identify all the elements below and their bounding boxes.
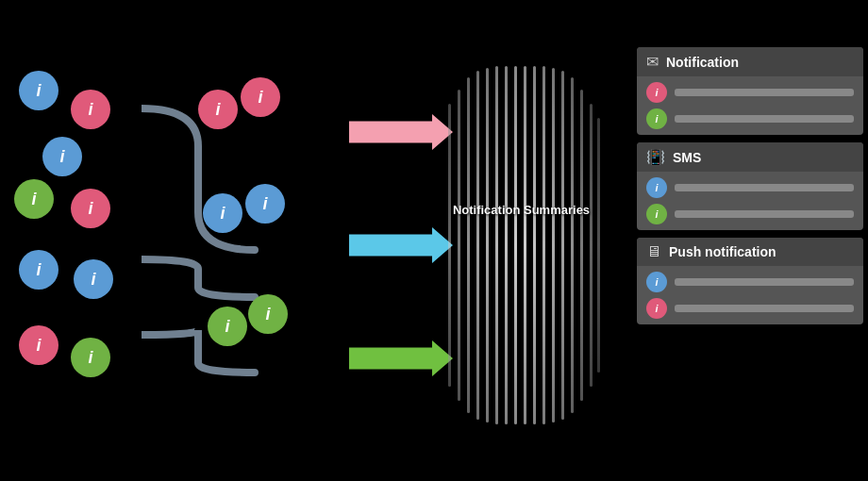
panel-circle-pink: i [646, 82, 667, 103]
circle-pink-3: i [19, 325, 58, 365]
push-panel-body: i i [637, 266, 863, 324]
arrow-pink [349, 114, 453, 150]
panel-circle-blue: i [646, 177, 667, 198]
sms-icon: 📳 [646, 148, 665, 166]
notification-panel-title: Notification [666, 55, 739, 70]
push-notification-panel: 🖥 Push notification i i [637, 238, 863, 324]
circle-green-1: i [14, 179, 54, 219]
notification-summaries-label: Notification Summaries [448, 203, 594, 219]
sms-panel-title: SMS [673, 150, 701, 165]
push-panel-title: Push notification [669, 244, 776, 259]
right-panels: ✉ Notification i i 📳 SMS [637, 47, 863, 324]
notification-panel-header: ✉ Notification [637, 47, 863, 76]
panel-circle-pink: i [646, 298, 667, 319]
notification-panel-body: i i [637, 76, 863, 135]
mid-circle-green-2: i [248, 294, 288, 334]
mid-circle-blue-2: i [245, 184, 285, 224]
circle-pink-2: i [71, 189, 110, 228]
vertical-lines [439, 47, 609, 443]
circle-blue-4: i [74, 259, 113, 299]
panel-line [675, 115, 854, 123]
panel-line [675, 210, 854, 218]
panel-line [675, 278, 854, 286]
panel-row: i [646, 298, 854, 319]
panel-row: i [646, 272, 854, 292]
mid-circles-area: i i i i i i [184, 57, 335, 424]
push-icon: 🖥 [646, 243, 661, 260]
mid-circle-green-1: i [208, 307, 247, 346]
sms-panel-body: i i [637, 172, 863, 230]
circle-green-2: i [71, 338, 110, 377]
sms-panel: 📳 SMS i i [637, 142, 863, 230]
circle-pink-1: i [71, 90, 110, 129]
panel-circle-green: i [646, 204, 667, 224]
panel-circle-green: i [646, 108, 667, 129]
panel-line [675, 89, 854, 96]
panel-row: i [646, 82, 854, 103]
circle-blue-2: i [42, 137, 82, 176]
panel-row: i [646, 108, 854, 129]
mid-circle-pink-2: i [241, 77, 280, 117]
left-circles-area: i i i i i i i i i [9, 57, 160, 424]
sms-panel-header: 📳 SMS [637, 142, 863, 172]
email-icon: ✉ [646, 53, 659, 71]
panel-row: i [646, 204, 854, 224]
push-panel-header: 🖥 Push notification [637, 238, 863, 266]
mid-circle-blue-1: i [203, 193, 242, 233]
circle-blue-3: i [19, 250, 58, 290]
panel-line [675, 305, 854, 312]
main-diagram: i i i i i i i i i i i i i i i [0, 0, 868, 481]
panel-row: i [646, 177, 854, 198]
arrow-green [349, 340, 453, 376]
arrow-blue [349, 227, 453, 263]
circle-blue-1: i [19, 71, 58, 110]
panel-line [675, 184, 854, 191]
panel-circle-blue: i [646, 272, 667, 292]
notification-panel: ✉ Notification i i [637, 47, 863, 135]
mid-circle-pink-1: i [198, 90, 238, 129]
